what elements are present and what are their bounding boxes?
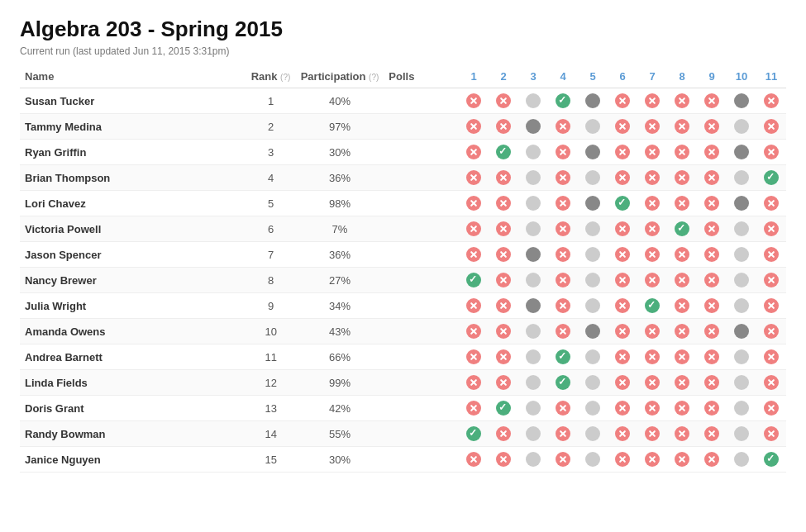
incorrect-icon	[556, 273, 570, 287]
incorrect-icon	[675, 375, 689, 390]
poll-4-cell	[548, 268, 578, 293]
incorrect-icon	[466, 324, 481, 339]
poll-3-cell	[518, 293, 548, 319]
no-answer-icon	[585, 196, 600, 211]
poll-7-cell	[637, 319, 667, 344]
incorrect-icon	[704, 349, 719, 364]
incorrect-icon	[675, 196, 689, 211]
student-name: Lori Chavez	[20, 191, 246, 216]
poll-3-cell	[518, 370, 548, 396]
incorrect-icon	[615, 452, 630, 467]
incorrect-icon	[496, 273, 511, 287]
poll-1-cell	[459, 293, 489, 319]
empty-icon	[585, 349, 600, 364]
no-answer-icon	[526, 298, 541, 313]
poll-4-cell	[548, 242, 578, 268]
incorrect-icon	[615, 273, 630, 287]
col-poll-10: 10	[727, 70, 756, 88]
polls-spacer	[384, 191, 459, 216]
poll-5-cell	[578, 88, 608, 114]
student-name: Julia Wright	[20, 293, 246, 319]
poll-1-cell	[459, 344, 489, 370]
incorrect-icon	[764, 221, 779, 236]
poll-4-cell	[548, 165, 578, 191]
poll-3-cell	[518, 447, 548, 473]
correct-icon	[764, 170, 779, 185]
student-name: Amanda Owens	[20, 319, 246, 344]
poll-7-cell	[637, 165, 667, 191]
incorrect-icon	[466, 221, 481, 236]
poll-2-cell	[489, 293, 518, 319]
page-title: Algebra 203 - Spring 2015	[20, 17, 786, 42]
poll-8-cell	[667, 344, 697, 370]
incorrect-icon	[675, 349, 689, 364]
poll-6-cell	[608, 88, 637, 114]
poll-9-cell	[697, 88, 727, 114]
incorrect-icon	[466, 196, 481, 211]
poll-1-cell	[459, 242, 489, 268]
poll-3-cell	[518, 319, 548, 344]
incorrect-icon	[615, 298, 630, 313]
student-participation: 98%	[296, 191, 384, 216]
table-row: Ryan Griffin330%	[20, 140, 786, 165]
poll-9-cell	[697, 293, 727, 319]
col-poll-6: 6	[608, 70, 637, 88]
no-answer-icon	[585, 145, 600, 159]
student-rank: 5	[246, 191, 296, 216]
incorrect-icon	[556, 298, 570, 313]
poll-11-cell	[756, 293, 786, 319]
poll-11-cell	[756, 216, 786, 242]
poll-2-cell	[489, 396, 518, 421]
incorrect-icon	[496, 452, 511, 467]
incorrect-icon	[704, 273, 719, 287]
poll-2-cell	[489, 216, 518, 242]
poll-10-cell	[727, 396, 756, 421]
incorrect-icon	[615, 221, 630, 236]
poll-3-cell	[518, 268, 548, 293]
poll-3-cell	[518, 421, 548, 447]
no-answer-icon	[585, 93, 600, 108]
table-row: Linda Fields1299%	[20, 370, 786, 396]
empty-icon	[734, 426, 749, 441]
incorrect-icon	[645, 324, 660, 339]
poll-5-cell	[578, 344, 608, 370]
correct-icon	[556, 375, 570, 390]
incorrect-icon	[556, 196, 570, 211]
empty-icon	[734, 452, 749, 467]
empty-icon	[526, 221, 541, 236]
incorrect-icon	[704, 375, 719, 390]
poll-8-cell	[667, 114, 697, 140]
poll-10-cell	[727, 114, 756, 140]
poll-8-cell	[667, 268, 697, 293]
empty-icon	[734, 221, 749, 236]
poll-9-cell	[697, 165, 727, 191]
poll-5-cell	[578, 396, 608, 421]
poll-7-cell	[637, 293, 667, 319]
empty-icon	[526, 349, 541, 364]
incorrect-icon	[615, 349, 630, 364]
incorrect-icon	[466, 349, 481, 364]
poll-7-cell	[637, 344, 667, 370]
poll-1-cell	[459, 447, 489, 473]
poll-3-cell	[518, 114, 548, 140]
incorrect-icon	[496, 170, 511, 185]
polls-spacer	[384, 344, 459, 370]
incorrect-icon	[556, 119, 570, 134]
col-poll-8: 8	[667, 70, 697, 88]
incorrect-icon	[466, 401, 481, 416]
student-name: Doris Grant	[20, 396, 246, 421]
polls-spacer	[384, 165, 459, 191]
poll-6-cell	[608, 293, 637, 319]
poll-11-cell	[756, 396, 786, 421]
student-participation: 34%	[296, 293, 384, 319]
poll-8-cell	[667, 140, 697, 165]
poll-8-cell	[667, 370, 697, 396]
incorrect-icon	[496, 426, 511, 441]
poll-1-cell	[459, 396, 489, 421]
incorrect-icon	[645, 196, 660, 211]
polls-spacer	[384, 447, 459, 473]
incorrect-icon	[615, 375, 630, 390]
poll-3-cell	[518, 396, 548, 421]
incorrect-icon	[496, 298, 511, 313]
empty-icon	[526, 375, 541, 390]
